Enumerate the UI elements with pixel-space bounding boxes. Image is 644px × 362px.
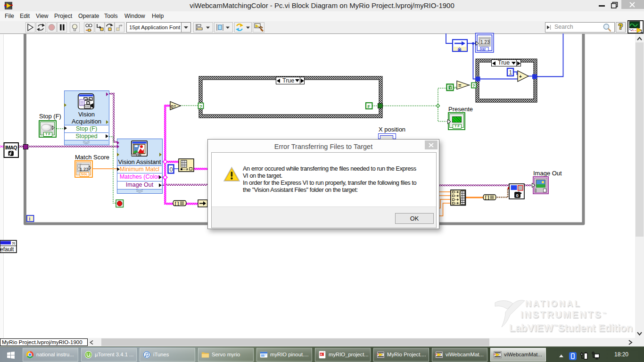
svg-text:A: A (320, 353, 322, 356)
svg-text:1: 1 (640, 29, 643, 33)
svg-text:15pt Application Font: 15pt Application Font (129, 24, 181, 30)
